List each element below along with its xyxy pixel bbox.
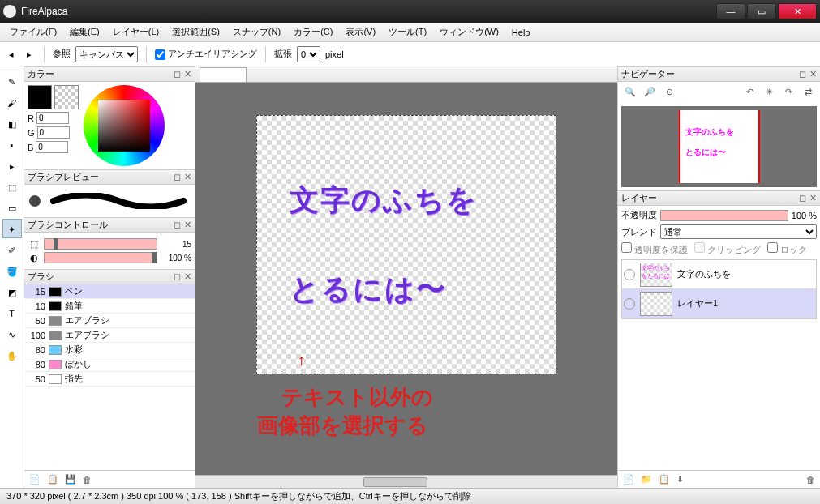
dup-brush-button[interactable]: 📋 bbox=[47, 474, 58, 485]
del-layer-button[interactable]: 🗑 bbox=[806, 475, 815, 485]
merge-layer-button[interactable]: ⬇ bbox=[676, 474, 684, 485]
add-brush-button[interactable]: 📄 bbox=[29, 474, 41, 485]
menu-select[interactable]: 選択範囲(S) bbox=[165, 23, 226, 41]
dock-icon[interactable]: ◻ bbox=[174, 172, 181, 182]
zoom-fit-icon[interactable]: ⊙ bbox=[662, 87, 676, 101]
zoom-in-icon[interactable]: 🔍 bbox=[623, 87, 638, 101]
b-input[interactable] bbox=[36, 141, 68, 153]
blend-select[interactable]: 通常 bbox=[660, 224, 817, 239]
g-input[interactable] bbox=[37, 126, 70, 139]
del-brush-button[interactable]: 🗑 bbox=[83, 475, 92, 485]
protect-alpha-checkbox[interactable]: 透明度を保護 bbox=[621, 242, 688, 256]
menu-view[interactable]: 表示(V) bbox=[339, 23, 382, 41]
foreground-swatch[interactable] bbox=[28, 85, 52, 109]
minimize-button[interactable]: — bbox=[716, 3, 745, 19]
opacity-label: 不透明度 bbox=[621, 209, 657, 221]
tool-hand[interactable]: ✋ bbox=[2, 345, 22, 365]
layer-opacity-slider[interactable] bbox=[660, 210, 788, 221]
prev-button[interactable]: ◂ bbox=[5, 48, 18, 61]
rotate-right-icon[interactable]: ↷ bbox=[781, 87, 796, 101]
title-bar: FireAlpaca — ▭ ✕ bbox=[0, 0, 820, 23]
navigator-title: ナビゲーター bbox=[621, 68, 675, 80]
clipping-checkbox[interactable]: クリッピング bbox=[694, 242, 761, 256]
opacity-slider[interactable] bbox=[44, 252, 157, 263]
brush-row[interactable]: 80ぼかし bbox=[24, 357, 195, 372]
tool-brush[interactable]: 🖌 bbox=[2, 92, 22, 112]
dock-icon[interactable]: ◻ bbox=[174, 69, 181, 79]
new-layer-button[interactable]: 📄 bbox=[623, 474, 634, 485]
size-icon: ⬚ bbox=[28, 239, 41, 250]
brush-preview-panel: ブラシプレビュー◻✕ bbox=[24, 169, 195, 217]
brush-row[interactable]: 10鉛筆 bbox=[24, 299, 195, 314]
size-slider[interactable] bbox=[44, 238, 157, 250]
dock-icon[interactable]: ◻ bbox=[799, 193, 806, 203]
tool-eraser[interactable]: ◧ bbox=[2, 113, 22, 133]
new-folder-button[interactable]: 📁 bbox=[641, 474, 652, 485]
rotate-left-icon[interactable]: ↶ bbox=[742, 87, 757, 101]
blend-label: ブレンド bbox=[621, 226, 657, 238]
tool-move[interactable]: ▸ bbox=[2, 156, 22, 175]
dock-icon[interactable]: ◻ bbox=[799, 69, 806, 79]
rotate-reset-icon[interactable]: ✳ bbox=[762, 87, 776, 101]
save-brush-button[interactable]: 💾 bbox=[65, 474, 76, 485]
status-text: 370 * 320 pixel ( 2.7 * 2.3cm ) 350 dpi … bbox=[6, 490, 471, 502]
tool-gradient[interactable]: ◩ bbox=[2, 282, 22, 301]
menu-file[interactable]: ファイル(F) bbox=[3, 23, 63, 41]
menu-help[interactable]: Help bbox=[505, 25, 537, 40]
expand-select[interactable]: 0 bbox=[297, 46, 320, 62]
menu-tool[interactable]: ツール(T) bbox=[382, 23, 433, 41]
brush-row[interactable]: 50エアブラシ bbox=[24, 314, 195, 328]
canvas-area: 文字のふちを とるには〜 ↑ テキスト以外の 画像部を選択する bbox=[195, 66, 617, 488]
tool-bucket[interactable]: 🪣 bbox=[2, 261, 22, 280]
menu-snap[interactable]: スナップ(N) bbox=[226, 23, 287, 41]
brush-row[interactable]: 15ペン bbox=[24, 284, 195, 299]
tool-lasso[interactable]: ∿ bbox=[2, 324, 22, 344]
navigator-preview[interactable]: 文字のふちを とるには〜 bbox=[621, 106, 817, 187]
close-icon[interactable]: ✕ bbox=[809, 69, 817, 79]
reference-select[interactable]: キャンバス bbox=[75, 46, 138, 62]
close-button[interactable]: ✕ bbox=[778, 3, 817, 19]
close-icon[interactable]: ✕ bbox=[809, 193, 817, 203]
close-icon[interactable]: ✕ bbox=[184, 271, 191, 281]
close-icon[interactable]: ✕ bbox=[184, 172, 191, 182]
close-icon[interactable]: ✕ bbox=[184, 69, 191, 79]
tool-text[interactable]: T bbox=[2, 303, 22, 322]
tool-wand[interactable]: ✦ bbox=[2, 219, 22, 238]
brush-preview-title: ブラシプレビュー bbox=[28, 171, 99, 183]
canvas[interactable]: 文字のふちを とるには〜 ↑ テキスト以外の 画像部を選択する bbox=[256, 115, 556, 374]
dock-icon[interactable]: ◻ bbox=[174, 220, 181, 229]
brush-row[interactable]: 80水彩 bbox=[24, 343, 195, 357]
tool-rect-select[interactable]: ▭ bbox=[2, 198, 22, 217]
visibility-toggle[interactable] bbox=[624, 298, 635, 310]
flip-icon[interactable]: ⇄ bbox=[801, 87, 815, 101]
tool-eyedrop[interactable]: ✐ bbox=[2, 240, 22, 259]
menu-edit[interactable]: 編集(E) bbox=[63, 23, 106, 41]
menu-color[interactable]: カラー(C) bbox=[287, 23, 339, 41]
tool-palette: ✎ 🖌 ◧ ▪ ▸ ⬚ ▭ ✦ ✐ 🪣 ◩ T ∿ ✋ bbox=[0, 66, 24, 488]
layer-row[interactable]: レイヤー1 bbox=[622, 289, 816, 318]
expand-label: 拡張 bbox=[274, 48, 292, 60]
antialias-checkbox[interactable]: アンチエイリアシング bbox=[155, 48, 257, 60]
menu-window[interactable]: ウィンドウ(W) bbox=[433, 23, 505, 41]
visibility-toggle[interactable] bbox=[624, 269, 635, 280]
lock-checkbox[interactable]: ロック bbox=[767, 242, 807, 256]
h-scrollbar[interactable] bbox=[195, 475, 617, 488]
tool-select[interactable]: ⬚ bbox=[2, 177, 22, 196]
background-swatch[interactable] bbox=[54, 85, 79, 109]
brush-control-panel: ブラシコントロール◻✕ ⬚15 ◐100 % bbox=[24, 217, 195, 269]
brush-row[interactable]: 100エアブラシ bbox=[24, 328, 195, 343]
close-icon[interactable]: ✕ bbox=[184, 220, 191, 229]
color-wheel[interactable] bbox=[84, 85, 165, 166]
dock-icon[interactable]: ◻ bbox=[174, 271, 181, 281]
document-tab[interactable] bbox=[200, 67, 247, 82]
layer-row[interactable]: 文字のふちをとるには文字のふちを bbox=[622, 260, 816, 289]
next-button[interactable]: ▸ bbox=[23, 48, 36, 61]
tool-pen[interactable]: ✎ bbox=[2, 71, 22, 91]
r-input[interactable] bbox=[36, 112, 69, 124]
zoom-out-icon[interactable]: 🔎 bbox=[642, 87, 657, 101]
menu-layer[interactable]: レイヤー(L) bbox=[106, 23, 165, 41]
tool-dot[interactable]: ▪ bbox=[2, 135, 22, 154]
dup-layer-button[interactable]: 📋 bbox=[659, 474, 670, 485]
maximize-button[interactable]: ▭ bbox=[747, 3, 776, 19]
brush-row[interactable]: 50指先 bbox=[24, 372, 195, 387]
